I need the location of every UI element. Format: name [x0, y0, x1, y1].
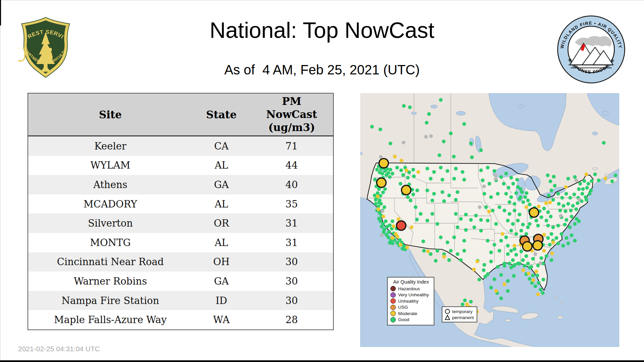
aqi-map: Air Quality Index Hazardous Very Unhealt… — [360, 93, 619, 347]
site-cell: MONTG — [28, 233, 193, 252]
legend-label: Good — [398, 317, 409, 322]
permanent-marker-icon — [444, 314, 450, 320]
legend-item: Moderate — [390, 311, 432, 316]
legend-label: USG — [398, 305, 408, 310]
value-cell: 31 — [250, 214, 333, 233]
legend-item: Good — [390, 317, 432, 322]
value-cell: 30 — [250, 291, 333, 310]
table-row: Nampa Fire Station ID 30 — [28, 291, 333, 310]
legend-item: Very Unhealthy — [390, 292, 432, 298]
state-cell: ID — [193, 291, 250, 310]
value-cell: 30 — [250, 252, 333, 272]
state-cell: CA — [193, 136, 250, 156]
value-cell: 71 — [250, 136, 333, 156]
table-row: Athens GA 40 — [28, 175, 333, 194]
marker-label: temporary — [452, 309, 473, 314]
state-cell: AL — [193, 233, 250, 252]
value-cell: 28 — [250, 310, 333, 329]
report-page: FOREST SERVICE US DEPARTMENT OF AGRICULT… — [0, 0, 644, 362]
state-cell: OR — [193, 214, 250, 233]
value-cell: 44 — [250, 156, 333, 175]
window-edge-bottom — [0, 360, 644, 362]
wfaqrp-logo: WILDLAND FIRE • AIR QUALITY RESPONSE PRO… — [556, 15, 626, 84]
footer-timestamp: 2021-02-25 04:31:04 UTC — [18, 345, 100, 353]
legend-item: USG — [390, 305, 432, 310]
table-header-pm: PM NowCast (ug/m3) — [263, 94, 320, 135]
aqi-legend: Air Quality Index Hazardous Very Unhealt… — [387, 277, 434, 325]
table-row: Warner Robins GA 30 — [28, 272, 333, 291]
table-row: Maple Falls-Azure Way WA 28 — [28, 310, 333, 329]
very-unhealthy-swatch-icon — [390, 292, 396, 298]
nowcast-table: Site State PM NowCast (ug/m3) Keeler CA … — [28, 93, 334, 330]
table-row: MONTG AL 31 — [28, 233, 333, 252]
window-edge-top — [0, 0, 644, 0]
legend-label: Moderate — [398, 311, 417, 316]
state-cell: WA — [193, 310, 250, 329]
moderate-swatch-icon — [390, 311, 396, 316]
site-cell: Nampa Fire Station — [28, 291, 193, 310]
site-cell: Maple Falls-Azure Way — [28, 310, 193, 329]
table-row: Keeler CA 71 — [28, 136, 333, 156]
table-header-state: State — [193, 94, 250, 135]
site-cell: Keeler — [28, 136, 193, 156]
unhealthy-swatch-icon — [390, 298, 396, 304]
value-cell: 30 — [250, 272, 333, 291]
marker-legend-item: permanent — [444, 314, 475, 320]
window-edge-left — [0, 0, 0, 362]
marker-legend: temporary permanent — [442, 306, 477, 322]
legend-label: Unhealthy — [398, 299, 419, 304]
value-cell: 35 — [250, 194, 333, 214]
usg-swatch-icon — [390, 305, 396, 310]
site-cell: Warner Robins — [28, 272, 193, 291]
state-cell: GA — [193, 272, 250, 291]
legend-label: Hazardous — [398, 286, 420, 291]
value-cell: 40 — [250, 175, 333, 194]
marker-legend-item: temporary — [444, 308, 475, 314]
table-body: Keeler CA 71 WYLAM AL 44 Athens GA 40 MC… — [28, 136, 333, 329]
site-cell: Cincinnati Near Road — [28, 252, 193, 272]
legend-item: Hazardous — [390, 286, 432, 291]
table-row: Silverton OR 31 — [28, 214, 333, 233]
table-header-site: Site — [28, 94, 193, 135]
state-cell: AL — [193, 156, 250, 175]
page-subtitle: As of 4 AM, Feb 25, 2021 (UTC) — [0, 62, 644, 77]
site-cell: Athens — [28, 175, 193, 194]
table-row: MCADORY AL 35 — [28, 194, 333, 214]
hazardous-swatch-icon — [390, 286, 396, 291]
state-cell: OH — [193, 252, 250, 272]
aqi-legend-title: Air Quality Index — [390, 279, 432, 285]
table-header-row: Site State PM NowCast (ug/m3) — [28, 94, 333, 136]
legend-item: Unhealthy — [390, 298, 432, 304]
marker-label: permanent — [452, 315, 474, 320]
value-cell: 31 — [250, 233, 333, 252]
good-swatch-icon — [390, 317, 396, 322]
state-cell: GA — [193, 175, 250, 194]
site-cell: WYLAM — [28, 156, 193, 175]
site-cell: Silverton — [28, 214, 193, 233]
temporary-marker-icon — [444, 308, 450, 314]
page-title: National: Top NowCast — [0, 17, 644, 43]
legend-label: Very Unhealthy — [398, 292, 429, 297]
table-row: Cincinnati Near Road OH 30 — [28, 252, 333, 272]
state-cell: AL — [193, 194, 250, 214]
site-cell: MCADORY — [28, 194, 193, 214]
table-row: WYLAM AL 44 — [28, 156, 333, 175]
